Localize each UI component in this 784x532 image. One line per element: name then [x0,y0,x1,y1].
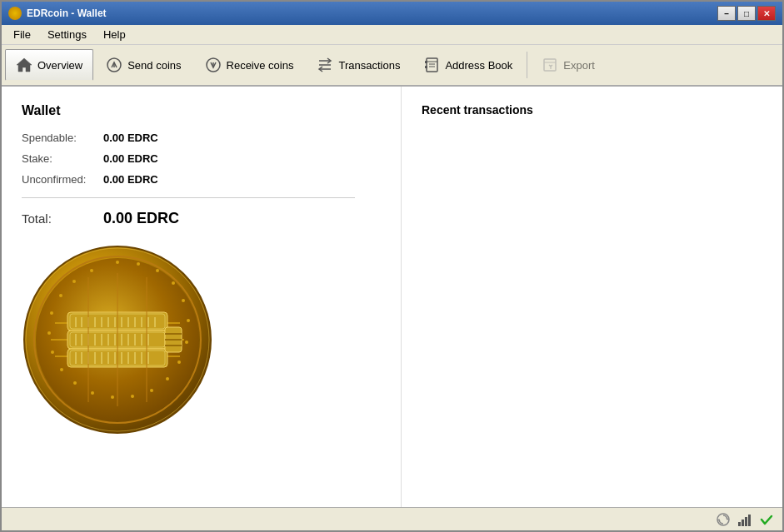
svg-point-74 [172,281,175,285]
tab-address-book[interactable]: Address Book [412,49,523,81]
svg-rect-10 [425,66,427,68]
menu-file[interactable]: File [5,27,39,42]
svg-marker-0 [17,58,32,72]
tab-receive-coins[interactable]: Receive coins [194,49,305,81]
svg-point-88 [50,311,53,315]
tab-send-coins[interactable]: Send coins [95,49,192,81]
stake-value: 0.00 EDRC [103,152,158,165]
svg-point-81 [131,395,134,398]
svg-point-91 [90,269,93,272]
stake-row: Stake: 0.00 EDRC [22,152,381,165]
menu-help[interactable]: Help [95,27,134,42]
wallet-section-title: Wallet [22,103,381,118]
total-label: Total: [22,211,97,226]
sync-status-icon [716,512,731,527]
left-panel: Wallet Spendable: 0.00 EDRC Stake: 0.00 … [2,87,402,507]
svg-point-82 [111,395,114,399]
tab-receive-coins-label: Receive coins [227,59,294,72]
svg-rect-5 [427,58,437,72]
edrcoin-graphic: P2P · EDRCOIN · ACTUAL · DIGITAL REALITY… [22,244,213,435]
window-title: EDRcoin - Wallet [27,7,107,19]
unconfirmed-label: Unconfirmed: [22,173,97,186]
menu-bar: File Settings Help [2,25,782,45]
main-content: Wallet Spendable: 0.00 EDRC Stake: 0.00 … [2,87,782,507]
title-bar: EDRcoin - Wallet – □ ✕ [2,2,782,25]
wallet-divider [22,197,355,198]
export-icon [542,57,558,73]
app-icon [8,7,22,20]
window-controls: – □ ✕ [717,6,776,21]
checkmark-status-icon [759,512,774,527]
tab-send-coins-label: Send coins [127,59,181,72]
home-icon [16,57,32,73]
spendable-row: Spendable: 0.00 EDRC [22,132,381,144]
right-panel: Recent transactions [402,87,782,507]
title-bar-left: EDRcoin - Wallet [8,7,107,20]
svg-point-79 [166,377,169,380]
tab-overview[interactable]: Overview [5,49,93,81]
tab-export-label: Export [563,59,595,72]
recent-transactions-title: Recent transactions [422,103,762,117]
toolbar: Overview Send coins Receive coins [2,45,782,87]
close-button[interactable]: ✕ [757,6,776,21]
unconfirmed-row: Unconfirmed: 0.00 EDRC [22,173,381,186]
svg-point-77 [185,341,188,344]
main-window: EDRcoin - Wallet – □ ✕ File Settings Hel… [0,0,784,532]
svg-rect-9 [425,61,427,63]
send-icon [106,57,122,73]
svg-point-87 [47,331,51,335]
toolbar-separator [527,52,527,78]
receive-icon [205,57,222,73]
addressbook-icon [423,57,440,73]
status-bar [2,507,782,530]
spendable-value: 0.00 EDRC [103,132,158,144]
tab-export: Export [531,49,606,81]
svg-point-76 [187,319,190,322]
svg-point-83 [91,391,94,395]
svg-point-71 [116,261,119,264]
spendable-label: Spendable: [22,132,97,144]
svg-point-84 [73,381,77,385]
svg-point-72 [137,262,140,266]
tab-transactions-label: Transactions [338,59,400,72]
minimize-button[interactable]: – [717,6,736,21]
svg-rect-97 [748,515,751,526]
svg-point-85 [60,368,63,371]
svg-rect-11 [544,59,556,71]
svg-point-75 [182,299,185,302]
tab-address-book-label: Address Book [445,59,512,72]
sync-icon [716,512,731,527]
svg-rect-95 [742,520,744,526]
signal-icon [737,512,752,527]
svg-point-90 [72,280,76,283]
svg-rect-96 [745,517,747,526]
svg-point-89 [59,294,62,297]
svg-point-73 [156,269,159,272]
menu-settings[interactable]: Settings [39,27,95,42]
tab-overview-label: Overview [37,59,82,72]
check-icon [759,512,774,527]
maximize-button[interactable]: □ [737,6,756,21]
coin-container: P2P · EDRCOIN · ACTUAL · DIGITAL REALITY… [22,244,381,435]
unconfirmed-value: 0.00 EDRC [103,173,158,186]
svg-point-78 [177,360,181,364]
svg-rect-94 [738,522,741,526]
svg-point-86 [51,351,54,354]
svg-point-80 [150,389,153,392]
signal-status-icon [737,512,752,527]
stake-label: Stake: [22,152,97,165]
transactions-icon [317,57,333,73]
tab-transactions[interactable]: Transactions [306,49,411,81]
total-row: Total: 0.00 EDRC [22,210,381,227]
total-value: 0.00 EDRC [103,210,179,227]
